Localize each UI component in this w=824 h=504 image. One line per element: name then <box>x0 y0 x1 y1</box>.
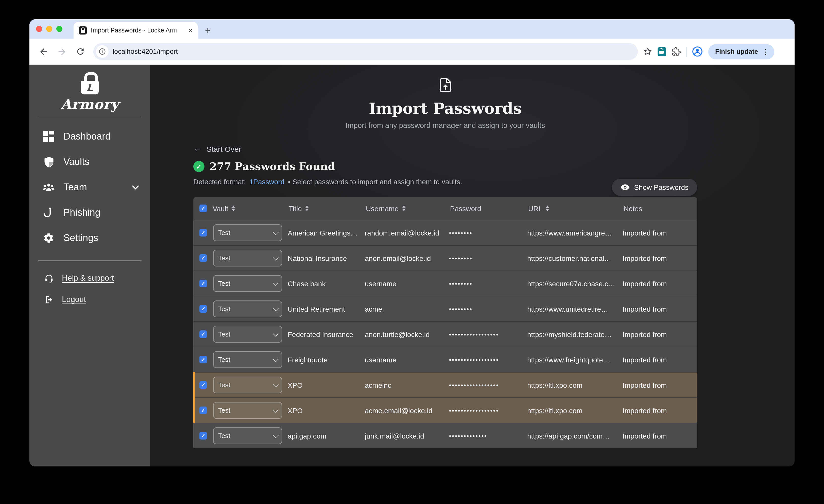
chevron-down-icon <box>273 255 279 261</box>
sidebar-footer: Help & support Logout <box>29 261 150 310</box>
address-bar[interactable]: localhost:4201/import <box>93 43 637 60</box>
passwords-found-heading: 277 Passwords Found <box>210 161 335 173</box>
sort-icon <box>305 206 308 211</box>
vault-select[interactable]: Test <box>213 427 282 444</box>
table-row: ✓ Test Federated Insurance anon.turtle@l… <box>193 321 697 347</box>
detected-format-link[interactable]: 1Password <box>249 178 285 186</box>
row-checkbox[interactable]: ✓ <box>199 432 207 439</box>
row-password: ••••••••••••••••• <box>449 331 527 338</box>
show-passwords-button[interactable]: Show Passwords <box>612 179 697 196</box>
vault-select[interactable]: Test <box>213 300 282 317</box>
vault-select[interactable]: Test <box>213 250 282 267</box>
import-table: ✓ Vault Title Username <box>193 197 697 448</box>
row-url: https://ltl.xpo.com <box>527 381 623 389</box>
vault-select[interactable]: Test <box>213 326 282 342</box>
desktop-background: Import Passwords - Locke Arm × + localho… <box>0 0 824 504</box>
chevron-down-icon <box>273 381 279 387</box>
row-url: https://www.freightquote… <box>527 356 623 364</box>
eye-icon <box>620 184 629 191</box>
row-username: acme <box>365 305 449 313</box>
close-tab-icon[interactable]: × <box>187 26 194 34</box>
vault-select-value: Test <box>218 305 273 313</box>
row-notes: Imported from <box>623 406 697 414</box>
profile-avatar-icon[interactable] <box>691 46 703 57</box>
brand: L Armory <box>29 72 150 112</box>
browser-tab[interactable]: Import Passwords - Locke Arm × <box>74 22 198 38</box>
vault-select-value: Test <box>218 407 273 414</box>
check-icon: ✓ <box>201 230 205 235</box>
site-info-icon[interactable] <box>96 45 109 58</box>
dashboard-icon <box>42 130 55 142</box>
header-vault[interactable]: Vault <box>212 204 288 212</box>
vault-select-value: Test <box>218 229 273 236</box>
logout-link[interactable]: Logout <box>29 289 150 310</box>
password-extension-icon[interactable] <box>657 47 666 56</box>
new-tab-button[interactable]: + <box>205 25 211 35</box>
toolbar-divider <box>686 46 686 57</box>
team-icon <box>42 181 55 193</box>
table-row: ✓ Test XPO acmeinc ••••••••••••••••• htt… <box>193 372 697 397</box>
page-header: Import Passwords Import from any passwor… <box>193 65 697 129</box>
header-username[interactable]: Username <box>365 204 449 212</box>
bookmark-star-icon[interactable] <box>643 47 652 56</box>
reload-icon[interactable] <box>72 43 88 60</box>
finish-update-button[interactable]: Finish update ⋮ <box>708 44 774 59</box>
row-notes: Imported from <box>623 330 697 338</box>
vault-select[interactable]: Test <box>213 351 282 368</box>
row-title: Chase bank <box>288 279 365 288</box>
close-window-button[interactable] <box>36 26 42 32</box>
start-over-link[interactable]: ← Start Over <box>193 143 241 154</box>
browser-menu-kebab-icon[interactable]: ⋮ <box>762 47 769 56</box>
vault-select[interactable]: Test <box>213 224 282 241</box>
row-password: •••••••• <box>449 255 527 262</box>
table-row: ✓ Test National Insurance anon.email@loc… <box>193 245 697 271</box>
chevron-down-icon <box>273 229 279 235</box>
chevron-down-icon <box>273 331 279 336</box>
row-password: •••••••• <box>449 305 527 312</box>
extensions-puzzle-icon[interactable] <box>671 47 681 56</box>
page-subtitle: Import from any password manager and ass… <box>193 121 697 129</box>
sidebar-item-settings[interactable]: Settings <box>29 225 150 251</box>
row-url: https://www.unitedretire… <box>527 305 623 313</box>
armory-lock-logo-icon: L <box>78 72 101 95</box>
select-all-checkbox[interactable]: ✓ <box>199 205 207 212</box>
zoom-window-button[interactable] <box>56 26 63 32</box>
detected-prefix: Detected format: <box>193 178 246 186</box>
brand-name: Armory <box>61 96 119 112</box>
row-username: random.email@locke.id <box>365 229 449 237</box>
sidebar-item-phishing[interactable]: Phishing <box>29 200 150 225</box>
shield-icon <box>42 156 55 168</box>
fishing-hook-icon <box>42 207 55 219</box>
row-title: XPO <box>288 381 365 389</box>
row-notes: Imported from <box>623 229 697 237</box>
row-checkbox[interactable]: ✓ <box>199 229 207 236</box>
row-checkbox[interactable]: ✓ <box>199 356 207 364</box>
window-controls <box>36 26 63 32</box>
row-checkbox[interactable]: ✓ <box>199 280 207 287</box>
sidebar-item-team[interactable]: Team <box>29 175 150 200</box>
row-checkbox[interactable]: ✓ <box>199 254 207 262</box>
vault-select[interactable]: Test <box>213 275 282 292</box>
row-checkbox[interactable]: ✓ <box>199 381 207 389</box>
sidebar-item-vaults[interactable]: Vaults <box>29 149 150 175</box>
vault-select[interactable]: Test <box>213 402 282 419</box>
row-notes: Imported from <box>623 254 697 262</box>
sidebar-item-label: Dashboard <box>64 131 111 142</box>
sidebar-item-dashboard[interactable]: Dashboard <box>29 124 150 149</box>
forward-icon[interactable] <box>54 43 70 60</box>
back-icon[interactable] <box>35 43 52 60</box>
found-row: ✓ 277 Passwords Found <box>193 161 697 173</box>
vault-select[interactable]: Test <box>213 377 282 393</box>
sidebar-item-label: Phishing <box>64 207 100 218</box>
chevron-down-icon <box>273 407 279 413</box>
help-support-link[interactable]: Help & support <box>29 268 150 289</box>
row-checkbox[interactable]: ✓ <box>199 330 207 338</box>
minimize-window-button[interactable] <box>46 26 52 32</box>
row-url: https://myshield.federate… <box>527 330 623 338</box>
header-title[interactable]: Title <box>288 204 365 212</box>
row-username: junk.mail@locke.id <box>365 432 449 440</box>
row-checkbox[interactable]: ✓ <box>199 407 207 414</box>
row-checkbox[interactable]: ✓ <box>199 305 207 313</box>
header-url[interactable]: URL <box>527 204 623 212</box>
row-username: anon.turtle@locke.id <box>365 330 449 338</box>
